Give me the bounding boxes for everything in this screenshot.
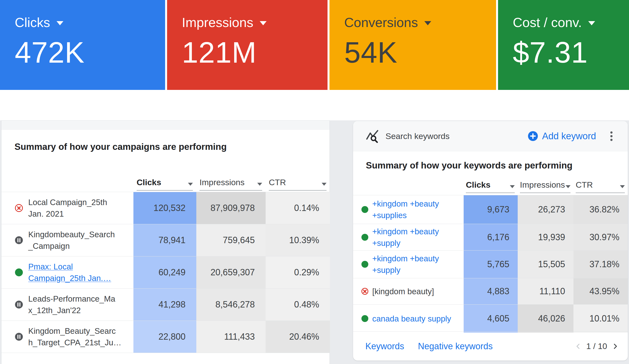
metric-selector-clicks[interactable]: Clicks [15, 16, 165, 29]
status-icon [15, 268, 23, 276]
metric-value: 472K [15, 37, 165, 68]
clicks-cell: 9,673 [464, 195, 518, 224]
campaigns-summary-title: Summary of how your campaigns are perfor… [14, 142, 227, 152]
chevron-right-icon[interactable] [612, 343, 619, 350]
ctr-cell: 10.01% [574, 305, 628, 333]
keywords-tab-link[interactable]: Keywords [365, 341, 404, 352]
sort-arrow-icon [257, 183, 262, 186]
clicks-cell: 6,176 [464, 224, 518, 250]
table-row: +kingdom +beauty +supply 5,765 15,505 37… [353, 250, 628, 278]
keyword-link[interactable]: +kingdom +beauty +supplies [372, 198, 439, 221]
keyword-link[interactable]: +kingdom +beauty +supply [372, 253, 439, 276]
sort-arrow-icon [188, 183, 193, 186]
table-row: Local Campaign_25th Jan. 2021 120,532 87… [1, 192, 329, 224]
campaign-name: Kingdom_Beauty_Searc h_Target_CPA_21st_J… [28, 325, 121, 348]
table-row: [kingdom beauty] 4,883 11,110 43.95% [353, 278, 628, 304]
status-icon [361, 288, 368, 295]
add-plus-icon [528, 131, 538, 141]
table-row: +kingdom +beauty +supply 6,176 19,939 30… [353, 224, 628, 250]
metric-selector-conversions[interactable]: Conversions [344, 16, 496, 29]
metric-label: Clicks [15, 16, 50, 29]
scorecard-clicks: Clicks 472K [0, 0, 165, 90]
campaign-name: Leads-Performance_Ma x_12th_Jan'22 [28, 293, 115, 316]
status-icon [361, 261, 368, 268]
keyword-link[interactable]: +kingdom +beauty +supply [372, 226, 439, 249]
more-options-menu-icon[interactable] [610, 131, 613, 141]
table-end-divider [1, 353, 329, 353]
table-row: Pmax: Local Campaign_25th Jan.… 60,249 2… [1, 256, 329, 288]
keywords-summary-title: Summary of how your keywords are perform… [366, 160, 573, 171]
clicks-cell: 4,883 [464, 278, 518, 304]
metric-selector-impressions[interactable]: Impressions [182, 16, 327, 29]
metric-label: Conversions [344, 16, 418, 29]
sort-arrow-icon [322, 183, 326, 186]
impressions-cell: 759,645 [196, 224, 266, 256]
keywords-card-footer: Keywords Negative keywords 1 / 10 [353, 331, 628, 361]
status-icon [361, 206, 368, 213]
ctr-cell: 37.18% [574, 250, 628, 278]
ctr-cell: 30.97% [574, 224, 628, 250]
clicks-cell: 41,298 [134, 289, 196, 321]
campaign-name-link[interactable]: Pmax: Local Campaign_25th Jan.… [28, 261, 111, 284]
metric-label: Cost / conv. [513, 16, 582, 29]
impressions-cell: 111,433 [196, 321, 266, 353]
ctr-cell: 36.82% [574, 195, 628, 224]
search-keywords-card-header: Search keywords Add keyword [353, 121, 628, 151]
campaigns-card-header-strip [1, 121, 329, 130]
impressions-cell: 19,939 [518, 224, 574, 250]
sort-arrow-icon [620, 185, 625, 188]
table-row: canada beauty supply 4,605 46,026 10.01% [353, 304, 628, 333]
chevron-down-icon [56, 21, 63, 25]
clicks-cell: 4,605 [464, 305, 518, 333]
impressions-cell: 15,505 [518, 250, 574, 278]
ctr-cell: 0.48% [266, 289, 330, 321]
column-header-ctr[interactable]: CTR [576, 180, 625, 193]
metric-label: Impressions [182, 16, 253, 29]
status-icon [15, 204, 23, 212]
status-icon [15, 301, 23, 309]
campaigns-table-body: Local Campaign_25th Jan. 2021 120,532 87… [1, 192, 329, 353]
chevron-left-icon[interactable] [574, 343, 582, 350]
clicks-cell: 78,941 [134, 224, 196, 256]
ctr-cell: 0.29% [266, 256, 330, 288]
metric-selector-cost-per-conv[interactable]: Cost / conv. [513, 16, 629, 29]
negative-keywords-tab-link[interactable]: Negative keywords [418, 341, 493, 352]
impressions-cell: 11,110 [518, 278, 574, 304]
pagination: 1 / 10 [574, 341, 619, 351]
campaigns-table-header: Clicks Impressions CTR [1, 178, 329, 191]
scorecard-impressions: Impressions 121M [167, 0, 327, 90]
table-row: Kingdom_Beauty_Searc h_Target_CPA_21st_J… [1, 321, 329, 353]
add-keyword-label: Add keyword [542, 131, 596, 141]
clicks-cell: 5,765 [464, 250, 518, 278]
table-row: Leads-Performance_Ma x_12th_Jan'22 41,29… [1, 288, 329, 321]
ctr-cell: 20.46% [266, 321, 330, 353]
chevron-down-icon [424, 21, 431, 25]
status-icon [361, 234, 368, 241]
impressions-cell: 26,273 [518, 195, 574, 224]
keyword-link[interactable]: canada beauty supply [372, 313, 451, 324]
campaign-name: Local Campaign_25th Jan. 2021 [28, 197, 107, 220]
keywords-table-body: +kingdom +beauty +supplies 9,673 26,273 … [353, 195, 628, 333]
column-header-impressions[interactable]: Impressions [520, 180, 571, 193]
keyword-name: [kingdom beauty] [372, 286, 434, 297]
status-icon [15, 236, 23, 244]
column-header-clicks[interactable]: Clicks [466, 180, 515, 193]
column-header-ctr[interactable]: CTR [269, 178, 326, 191]
search-keywords-icon [365, 129, 379, 143]
card-title: Search keywords [385, 131, 450, 141]
ctr-cell: 43.95% [574, 278, 628, 304]
search-keywords-card: Search keywords Add keyword Summary of h… [353, 121, 628, 361]
add-keyword-button[interactable]: Add keyword [528, 131, 596, 141]
status-icon [15, 333, 23, 341]
chevron-down-icon [588, 21, 595, 25]
scorecard-row: Clicks 472K Impressions 121M Conversions… [0, 0, 629, 90]
column-header-clicks[interactable]: Clicks [137, 178, 193, 191]
campaigns-card: Summary of how your campaigns are perfor… [1, 120, 330, 364]
clicks-cell: 60,249 [134, 256, 196, 288]
column-header-impressions[interactable]: Impressions [199, 178, 262, 191]
keywords-table-header: Clicks Impressions CTR [353, 180, 628, 193]
page-indicator: 1 / 10 [586, 341, 607, 351]
scorecard-cost-per-conv: Cost / conv. $7.31 [498, 0, 629, 90]
clicks-cell: 22,800 [134, 321, 196, 353]
sort-arrow-icon [566, 185, 571, 188]
